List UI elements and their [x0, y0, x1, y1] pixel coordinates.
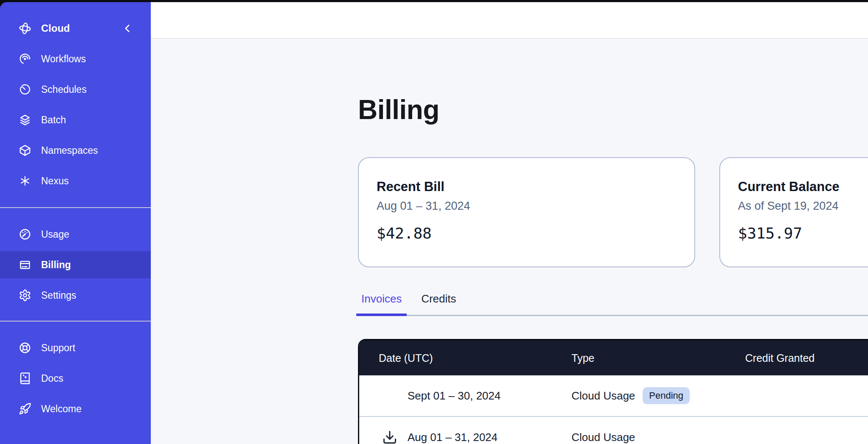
sidebar-item-label: Schedules: [41, 84, 86, 95]
card-title: Current Balance: [738, 179, 868, 194]
card-subtitle: Aug 01 – 31, 2024: [377, 200, 677, 213]
sidebar-item-label: Settings: [41, 290, 76, 301]
column-header-type: Type: [552, 352, 726, 364]
sidebar-item-label: Nexus: [41, 175, 69, 187]
sidebar-item-batch[interactable]: Batch: [0, 106, 151, 133]
table-header: Date (UTC) Type Credit Granted: [359, 341, 868, 375]
recent-bill-amount: $42.88: [377, 225, 677, 242]
sidebar-item-label: Support: [41, 342, 75, 354]
sidebar-title: Cloud: [41, 22, 70, 34]
schedules-icon: [19, 83, 31, 96]
sidebar-item-docs[interactable]: Docs: [0, 365, 151, 392]
invoice-date: Sept 01 – 30, 2024: [408, 389, 501, 402]
sidebar-divider: [0, 321, 151, 322]
sidebar-item-schedules[interactable]: Schedules: [0, 76, 151, 103]
workflows-icon: [19, 53, 31, 65]
temporal-cloud-logo-icon: [19, 22, 31, 35]
status-badge-pending: Pending: [643, 387, 690, 404]
sidebar-header: Cloud: [0, 15, 151, 42]
sidebar-item-nexus[interactable]: Nexus: [0, 167, 151, 194]
tab-invoices[interactable]: Invoices: [358, 292, 405, 315]
invoice-date-cell: Sept 01 – 30, 2024: [359, 388, 552, 403]
invoice-type: Cloud Usage: [571, 389, 635, 402]
sidebar-item-settings[interactable]: Settings: [0, 282, 151, 309]
welcome-rocket-icon: [19, 402, 31, 415]
card-title: Recent Bill: [377, 179, 677, 194]
invoice-date: Aug 01 – 31, 2024: [408, 431, 498, 444]
sidebar-item-support[interactable]: Support: [0, 334, 151, 361]
collapse-sidebar-button[interactable]: [121, 22, 134, 35]
sidebar-item-label: Docs: [41, 373, 63, 384]
sidebar-item-label: Workflows: [41, 53, 86, 65]
tab-credits[interactable]: Credits: [418, 292, 459, 315]
invoice-date-cell: Aug 01 – 31, 2024: [359, 430, 552, 444]
sidebar-item-usage[interactable]: Usage: [0, 221, 151, 248]
nexus-icon: [19, 175, 31, 187]
billing-tabs: Invoices Credits: [358, 292, 868, 316]
billing-page: Billing Recent Bill Aug 01 – 31, 2024 $4…: [151, 39, 868, 444]
main-area: Billing Recent Bill Aug 01 – 31, 2024 $4…: [151, 2, 868, 444]
current-balance-card: Current Balance As of Sept 19, 2024 $315…: [719, 157, 868, 267]
sidebar-item-label: Usage: [41, 229, 69, 240]
sidebar-item-welcome[interactable]: Welcome: [0, 395, 151, 422]
usage-icon: [19, 228, 31, 241]
sidebar-item-label: Welcome: [41, 403, 81, 415]
support-lifebuoy-icon: [19, 341, 31, 354]
current-balance-amount: $315.97: [738, 225, 868, 242]
sidebar-item-workflows[interactable]: Workflows: [0, 45, 151, 72]
docs-book-icon: [19, 372, 31, 385]
sidebar-item-label: Batch: [41, 114, 66, 126]
card-subtitle: As of Sept 19, 2024: [738, 200, 868, 213]
invoice-type: Cloud Usage: [571, 431, 635, 444]
recent-bill-card: Recent Bill Aug 01 – 31, 2024 $42.88: [358, 157, 695, 267]
namespaces-icon: [19, 144, 31, 157]
billing-icon: [19, 258, 31, 271]
column-header-credit-granted: Credit Granted: [726, 352, 868, 364]
sidebar-divider: [0, 207, 151, 208]
column-header-date: Date (UTC): [359, 352, 552, 364]
sidebar-item-billing[interactable]: Billing: [0, 251, 151, 278]
table-row: Sept 01 – 30, 2024 Cloud Usage Pending: [359, 375, 868, 417]
download-invoice-button[interactable]: [382, 430, 397, 444]
sidebar-item-label: Namespaces: [41, 145, 98, 156]
icon-spacer: [382, 388, 397, 403]
invoice-type-cell: Cloud Usage Pending: [552, 387, 726, 404]
summary-cards: Recent Bill Aug 01 – 31, 2024 $42.88 Cur…: [358, 157, 868, 267]
app-window: Cloud Workflows: [0, 2, 868, 444]
invoices-table: Date (UTC) Type Credit Granted Sept 01 –…: [358, 339, 868, 444]
page-title: Billing: [358, 95, 868, 124]
batch-icon: [19, 114, 31, 126]
settings-gear-icon: [19, 289, 31, 302]
top-bar: [151, 2, 868, 39]
sidebar-item-namespaces[interactable]: Namespaces: [0, 137, 151, 164]
sidebar: Cloud Workflows: [0, 2, 151, 444]
invoice-type-cell: Cloud Usage: [552, 431, 726, 444]
table-row: Aug 01 – 31, 2024 Cloud Usage: [359, 417, 868, 444]
sidebar-item-label: Billing: [41, 259, 71, 271]
